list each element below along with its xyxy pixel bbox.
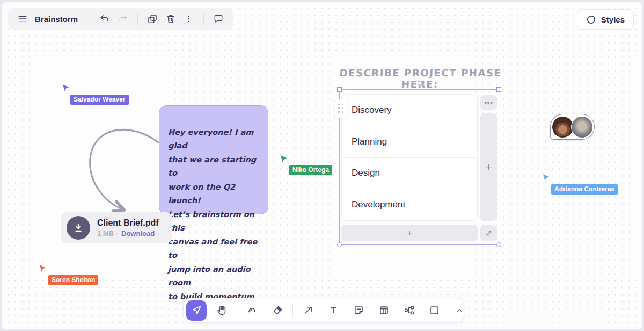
- whiteboard-canvas[interactable]: Brainstorm: [1, 1, 643, 330]
- cursor-label: Niko Ortega: [289, 165, 332, 175]
- selection-handle-bottom-left[interactable]: [337, 242, 342, 247]
- undo-button[interactable]: [97, 11, 113, 27]
- phase-table[interactable]: Discovery Planning Design Development: [341, 94, 478, 221]
- comment-icon: [213, 13, 224, 24]
- tool-collapse[interactable]: [449, 300, 470, 321]
- duplicate-button[interactable]: [144, 11, 160, 27]
- cursor-label: Adrianna Contreras: [551, 184, 618, 195]
- tool-table[interactable]: [374, 300, 394, 321]
- tools-toolbar: T: [183, 298, 464, 323]
- selection-handle-top-left[interactable]: [337, 87, 342, 92]
- audio-room-avatars[interactable]: [550, 114, 595, 140]
- phase-widget-title[interactable]: DESCRIBE PROJECT PHASE HERE:: [323, 67, 517, 90]
- text-icon: T: [328, 305, 339, 316]
- download-link[interactable]: Download: [121, 229, 155, 238]
- tool-eraser[interactable]: [267, 300, 288, 321]
- more-options-button[interactable]: [181, 11, 197, 27]
- table-resize-button[interactable]: [480, 225, 497, 241]
- copy-icon: [147, 13, 158, 24]
- menu-button[interactable]: [14, 11, 31, 27]
- cursor-label: Salvador Weaver: [70, 95, 129, 105]
- drag-dots-icon: [338, 104, 344, 113]
- circle-style-icon: [586, 15, 596, 25]
- selection-handle-bottom-right[interactable]: [496, 242, 501, 247]
- svg-text:T: T: [331, 306, 336, 315]
- selection-handle-top-center[interactable]: [418, 81, 422, 85]
- eraser-icon: [272, 305, 283, 316]
- tool-mind-map[interactable]: [399, 300, 419, 321]
- redo-icon: [118, 13, 128, 24]
- sticky-note[interactable]: Hey everyone! I am glad that we are star…: [159, 105, 268, 214]
- row-drag-handle[interactable]: [334, 99, 348, 118]
- cursor-adrianna: [541, 172, 552, 183]
- mind-map-icon: [404, 305, 415, 316]
- divider: [203, 13, 204, 25]
- sticky-note-text: Hey everyone! I am glad that we are star…: [168, 128, 257, 301]
- table-row[interactable]: Planning: [342, 126, 477, 158]
- selection-handle-top-right[interactable]: [496, 87, 501, 92]
- file-name: Client Brief.pdf: [97, 218, 159, 228]
- divider: [137, 13, 138, 25]
- cursor-soren: [38, 263, 48, 274]
- table-icon: [378, 305, 390, 316]
- avatar[interactable]: [552, 116, 574, 138]
- tool-text[interactable]: T: [323, 300, 343, 321]
- cursor-niko: [279, 154, 289, 164]
- select-cursor-icon: [191, 305, 202, 316]
- add-row-button[interactable]: +: [341, 225, 478, 241]
- table-more-button[interactable]: •••: [480, 95, 497, 110]
- tool-arrow[interactable]: [298, 300, 318, 321]
- comment-button[interactable]: [210, 11, 226, 27]
- avatar[interactable]: [571, 116, 593, 138]
- top-toolbar: Brainstorm: [8, 8, 233, 30]
- square-shape-icon: [429, 305, 440, 316]
- undo-icon: [99, 13, 110, 24]
- cursor-salvador: [61, 83, 71, 93]
- table-row[interactable]: Discovery: [342, 95, 477, 126]
- file-meta: 1 MB -Download: [97, 229, 159, 238]
- redo-button[interactable]: [115, 11, 131, 27]
- scribble-icon: [247, 305, 258, 316]
- tool-hand[interactable]: [211, 300, 232, 321]
- styles-button-label: Styles: [601, 15, 625, 24]
- kebab-icon: [184, 13, 194, 24]
- divider: [237, 303, 237, 318]
- arrow-icon: [303, 305, 314, 316]
- styles-button[interactable]: Styles: [577, 9, 634, 30]
- hamburger-icon: [17, 13, 28, 24]
- delete-button[interactable]: [163, 11, 179, 27]
- file-info: Client Brief.pdf 1 MB -Download: [97, 218, 159, 238]
- download-icon: [72, 222, 84, 234]
- tool-shape[interactable]: [424, 300, 444, 321]
- divider: [90, 13, 90, 25]
- trash-icon: [165, 13, 176, 24]
- table-row[interactable]: Design: [342, 158, 477, 190]
- sticky-note-icon: [353, 305, 364, 316]
- tool-sticky-note[interactable]: [348, 300, 369, 321]
- tool-draw[interactable]: [242, 300, 262, 321]
- download-circle[interactable]: [67, 216, 90, 240]
- hand-icon: [216, 305, 228, 316]
- file-size: 1 MB -: [97, 229, 118, 238]
- file-card[interactable]: Client Brief.pdf 1 MB -Download: [61, 212, 172, 243]
- resize-diagonal-icon: [485, 229, 493, 238]
- board-title: Brainstorm: [35, 15, 78, 24]
- cursor-label: Soren Shelton: [48, 275, 98, 285]
- tool-select[interactable]: [186, 300, 207, 321]
- chevron-up-icon: [455, 305, 465, 315]
- table-row[interactable]: Development: [342, 189, 477, 220]
- add-column-button[interactable]: +: [480, 113, 497, 221]
- divider: [292, 303, 293, 318]
